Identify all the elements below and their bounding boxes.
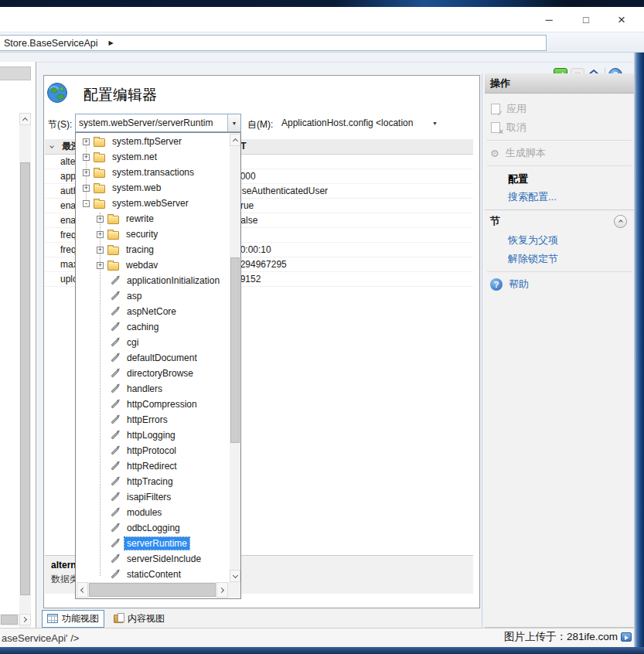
- section-pencil-icon: [111, 540, 119, 547]
- connections-vertical-scrollbar[interactable]: [19, 113, 31, 654]
- section-combobox[interactable]: system.webServer/serverRuntime ▼: [75, 114, 241, 132]
- folder-icon: [107, 231, 119, 240]
- expand-toggle[interactable]: +: [83, 169, 90, 176]
- section-group-header: 节: [485, 209, 634, 231]
- scroll-down-button[interactable]: [230, 570, 240, 582]
- desktop-strip: [0, 0, 644, 7]
- tree-item-defaultDocument[interactable]: defaultDocument: [77, 350, 230, 366]
- tree-item-httpRedirect[interactable]: httpRedirect: [77, 458, 230, 474]
- address-breadcrumb-bar[interactable]: Store.BaseServiceApi ▶: [0, 35, 547, 51]
- tree-item-label: odbcLogging: [124, 522, 182, 534]
- tree-item-odbcLogging[interactable]: odbcLogging: [77, 520, 230, 536]
- folder-icon: [94, 185, 105, 193]
- apply-label: 应用: [506, 102, 526, 116]
- collapse-section-button[interactable]: [614, 215, 627, 228]
- tree-item-cgi[interactable]: cgi: [77, 335, 230, 350]
- tree-item-label: system.net: [110, 151, 159, 163]
- chevron-down-icon: [232, 572, 237, 577]
- expand-toggle[interactable]: +: [97, 216, 104, 223]
- folder-icon: [94, 154, 105, 162]
- expand-toggle[interactable]: +: [97, 247, 104, 254]
- tree-item-label: staticContent: [124, 568, 183, 581]
- section-pencil-icon: [111, 400, 119, 408]
- tree-item-security[interactable]: +security: [77, 227, 230, 242]
- folder-icon: [94, 200, 105, 209]
- scroll-thumb[interactable]: [230, 257, 240, 443]
- expand-toggle[interactable]: +: [83, 154, 90, 161]
- section-pencil-icon: [111, 493, 119, 501]
- chevron-down-icon[interactable]: ▼: [432, 121, 438, 126]
- combobox-dropdown-button[interactable]: ▼: [227, 114, 240, 131]
- configuration-editor-globe-icon: [46, 82, 68, 106]
- tree-item-label: system.webServer: [110, 197, 191, 209]
- chevron-up-icon: [618, 220, 623, 224]
- iis-manager-window: ─ □ × Store.BaseServiceApi ▶ ⇄ × ? ▾: [0, 0, 644, 654]
- tree-item-label: defaultDocument: [124, 352, 199, 364]
- tree-item-system.ftpServer[interactable]: +system.ftpServer: [77, 134, 230, 149]
- section-pencil-icon: [111, 354, 119, 362]
- tab-content-view[interactable]: 内容视图: [109, 611, 169, 627]
- tree-item-label: webdav: [124, 259, 160, 271]
- tree-item-modules[interactable]: modules: [77, 505, 230, 520]
- section-pencil-icon: [111, 462, 119, 470]
- minimize-button[interactable]: ─: [535, 9, 563, 31]
- tree-item-httpLogging[interactable]: httpLogging: [77, 427, 230, 443]
- dropdown-vertical-scrollbar[interactable]: [230, 134, 240, 582]
- tab-features-view[interactable]: 功能视图: [42, 610, 104, 628]
- separator: [487, 271, 632, 272]
- expand-toggle[interactable]: +: [97, 231, 104, 238]
- tree-item-caching[interactable]: caching: [77, 319, 230, 335]
- scroll-up-button[interactable]: [230, 134, 240, 146]
- window-right-border: [634, 53, 644, 654]
- scroll-up-button[interactable]: [19, 113, 31, 125]
- tree-item-handlers[interactable]: handlers: [77, 381, 230, 397]
- tree-item-aspNetCore[interactable]: aspNetCore: [77, 304, 230, 319]
- expand-toggle[interactable]: +: [83, 138, 90, 145]
- collapse-toggle[interactable]: -: [83, 200, 90, 207]
- scroll-thumb[interactable]: [89, 583, 216, 597]
- tree-item-tracing[interactable]: +tracing: [77, 242, 230, 257]
- tree-item-applicationInitialization[interactable]: applicationInitialization: [77, 273, 230, 288]
- tree-item-serverRuntime[interactable]: serverRuntime: [77, 536, 230, 551]
- expand-toggle[interactable]: +: [97, 262, 104, 269]
- tree-item-staticContent[interactable]: staticContent: [77, 567, 230, 582]
- tree-item-serverSideInclude[interactable]: serverSideInclude: [77, 551, 230, 567]
- view-tabs: 功能视图 内容视图: [37, 609, 479, 628]
- tree-item-rewrite[interactable]: +rewrite: [77, 211, 230, 227]
- tree-item-directoryBrowse[interactable]: directoryBrowse: [77, 366, 230, 381]
- tree-item-httpTracing[interactable]: httpTracing: [77, 474, 230, 489]
- from-combobox[interactable]: ApplicationHost.config <location ▼: [277, 115, 442, 131]
- tree-item-asp[interactable]: asp: [77, 288, 230, 304]
- separator: [487, 165, 632, 166]
- scroll-thumb[interactable]: [20, 162, 30, 595]
- collapse-chevron-icon[interactable]: [49, 144, 54, 148]
- search-configuration-link[interactable]: 搜索配置...: [485, 188, 634, 206]
- tree-item-httpProtocol[interactable]: httpProtocol: [77, 443, 230, 458]
- breadcrumb[interactable]: Store.BaseServiceApi: [4, 38, 98, 49]
- scroll-right-button[interactable]: [19, 614, 31, 625]
- tree-item-httpErrors[interactable]: httpErrors: [77, 412, 230, 427]
- maximize-button[interactable]: □: [572, 9, 600, 31]
- tree-item-label: asp: [124, 290, 144, 302]
- tree-item-label: directoryBrowse: [124, 367, 196, 380]
- tree-item-system.webServer[interactable]: -system.webServer: [77, 196, 230, 211]
- connections-horizontal-scrollbar[interactable]: [0, 614, 31, 626]
- tree-item-system.transactions[interactable]: +system.transactions: [77, 165, 230, 180]
- scroll-left-button[interactable]: [77, 582, 88, 598]
- section-group-label: 节: [490, 214, 500, 228]
- scroll-right-button[interactable]: [216, 582, 228, 598]
- scroll-thumb[interactable]: [1, 615, 18, 625]
- dropdown-horizontal-scrollbar[interactable]: [77, 582, 240, 598]
- unlock-section-link[interactable]: 解除锁定节: [485, 250, 634, 268]
- help-action[interactable]: ? 帮助: [485, 275, 634, 294]
- tree-item-system.net[interactable]: +system.net: [77, 149, 230, 165]
- close-button[interactable]: ×: [608, 9, 635, 31]
- tree-item-system.web[interactable]: +system.web: [77, 180, 230, 196]
- tree-item-isapiFilters[interactable]: isapiFilters: [77, 489, 230, 505]
- revert-to-parent-link[interactable]: 恢复为父项: [485, 231, 634, 250]
- breadcrumb-arrow-icon[interactable]: ▶: [109, 39, 114, 46]
- tree-item-webdav[interactable]: +webdav: [77, 257, 230, 273]
- tree-item-label: httpProtocol: [124, 445, 179, 457]
- expand-toggle[interactable]: +: [83, 185, 90, 192]
- tree-item-httpCompression[interactable]: httpCompression: [77, 397, 230, 412]
